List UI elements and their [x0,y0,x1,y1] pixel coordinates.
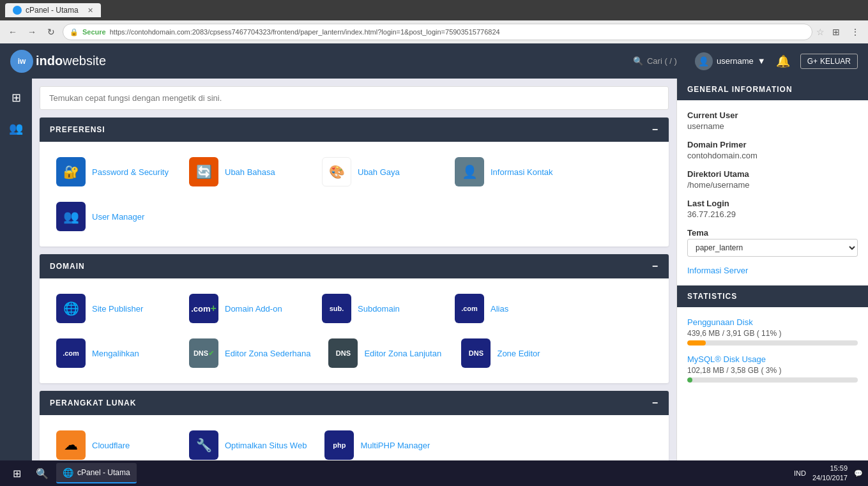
sidebar-grid-icon[interactable]: ⊞ [4,86,27,109]
content-area: PREFERENSI − 🔐 Password & Security 🔄 Uba… [32,79,868,486]
preferensi-toggle[interactable]: − [652,124,659,135]
domain-label: Domain Primer [687,140,858,149]
optimalkan-item[interactable]: 🔧 Optimalkan Situs Web [183,425,313,465]
site-publisher-icon: 🌐 [56,294,86,323]
editor-zona-sederhana-label: Editor Zona Sederhana [225,349,310,358]
domain-addon-icon: .com+ [189,294,218,323]
notification-bell-icon[interactable]: 🔔 [776,54,790,68]
editor-zona-lanjutan-item[interactable]: DNS Editor Zona Lanjutan [322,333,450,373]
address-bar[interactable]: 🔒 Secure https://contohdomain.com:2083/c… [63,24,812,40]
subdomain-label: Subdomain [358,304,400,314]
site-publisher-item[interactable]: 🌐 Site Publisher [50,289,178,328]
statistics-body: Penggunaan Disk 439,6 MB / 3,91 GB ( 11%… [677,307,868,402]
browser-nav-bar: ← → ↻ 🔒 Secure https://contohdomain.com:… [0,20,868,43]
mengalihkan-item[interactable]: .com Mengalihkan [50,333,178,373]
ubah-gaya-label: Ubah Gaya [358,167,400,177]
user-menu[interactable]: 👤 username ▼ [695,52,766,70]
preferensi-section: PREFERENSI − 🔐 Password & Security 🔄 Uba… [40,118,669,247]
taskbar: ⊞ 🔍 🌐 cPanel - Utama IND 15:59 24/10/201… [0,460,868,486]
reload-button[interactable]: ↻ [43,24,59,40]
password-security-item[interactable]: 🔐 Password & Security [50,152,178,192]
subdomain-item[interactable]: sub. Subdomain [316,289,443,328]
taskbar-clock: 15:59 24/10/2017 [812,464,848,483]
general-info-title: GENERAL INFORMATION [687,85,793,94]
directory-row: Direktori Utama /home/username [687,169,858,190]
cloudflare-item[interactable]: ☁ Cloudflare [50,425,178,465]
disk-usage-bar-wrap [687,340,858,346]
username-label: username [717,56,754,66]
ubah-gaya-icon: 🎨 [322,157,351,186]
perangkat-lunak-header: PERANGKAT LUNAK − [40,391,669,415]
disk-usage-stat: Penggunaan Disk 439,6 MB / 3,91 GB ( 11%… [687,317,858,346]
tab-close-button[interactable]: ✕ [88,6,93,15]
site-publisher-label: Site Publisher [92,304,143,314]
multiphp-label: MultiPHP Manager [360,441,430,450]
search-taskbar-button[interactable]: 🔍 [31,463,54,483]
user-avatar: 👤 [695,52,713,70]
mysql-usage-bar [687,377,692,383]
perangkat-lunak-toggle[interactable]: − [652,397,659,409]
domain-body: 🌐 Site Publisher .com+ Domain Add-on sub… [40,278,669,383]
zone-editor-item[interactable]: DNS Zone Editor [455,333,582,373]
alias-item[interactable]: .com Alias [448,289,576,328]
last-login-value: 36.77.216.29 [687,209,858,219]
informasi-kontak-item[interactable]: 👤 Informasi Kontak [448,152,576,192]
multiphp-icon: php [324,430,354,460]
search-icon: 🔍 [633,56,643,66]
logout-button[interactable]: G+ KELUAR [800,54,858,69]
mengalihkan-icon: .com [56,338,86,368]
directory-label: Direktori Utama [687,169,858,179]
editor-zona-sederhana-icon: DNS✔ [189,338,218,368]
user-manager-item[interactable]: 👥 User Manager [50,197,178,236]
bookmark-icon[interactable]: ☆ [816,27,825,37]
alias-icon: .com [455,294,484,323]
taskbar-app-icon: 🌐 [63,467,73,478]
quick-search-input[interactable] [40,86,669,110]
back-button[interactable]: ← [5,24,20,40]
disk-usage-value: 439,6 MB / 3,91 GB ( 11% ) [687,329,858,338]
url-text: https://contohdomain.com:2083/cpsess7467… [110,28,500,36]
main-layout: ⊞ 👥 PREFERENSI − 🔐 Password & Security [0,79,868,486]
ubah-bahasa-icon: 🔄 [189,157,218,186]
start-button[interactable]: ⊞ [5,463,28,483]
preferensi-body: 🔐 Password & Security 🔄 Ubah Bahasa 🎨 Ub… [40,142,669,247]
user-dropdown-icon: ▼ [758,56,766,66]
ubah-bahasa-item[interactable]: 🔄 Ubah Bahasa [183,152,310,192]
tema-label: Tema [687,228,858,238]
taskbar-cpanel-app[interactable]: 🌐 cPanel - Utama [56,463,137,483]
server-info-link[interactable]: Informasi Server [687,266,748,275]
extensions-button[interactable]: ⊞ [828,24,844,40]
menu-button[interactable]: ⋮ [848,24,863,40]
app-header: iw indowebsite 🔍 Cari ( / ) 👤 username ▼… [0,43,868,79]
domain-toggle[interactable]: − [652,261,659,272]
multiphp-item[interactable]: php MultiPHP Manager [318,425,446,465]
taskbar-notification-icon[interactable]: 💬 [854,469,863,478]
zone-editor-icon: DNS [461,338,491,368]
domain-title: DOMAIN [50,262,85,271]
forward-button[interactable]: → [24,24,40,40]
mysql-usage-label[interactable]: MySQL® Disk Usage [687,354,858,364]
directory-value: /home/username [687,180,858,190]
tema-select[interactable]: paper_lantern [687,239,858,257]
password-security-icon: 🔐 [56,157,86,186]
logo[interactable]: iw indowebsite [10,50,106,73]
logout-label: KELUAR [820,57,851,66]
optimalkan-label: Optimalkan Situs Web [225,441,307,450]
preferensi-header: PREFERENSI − [40,118,669,142]
editor-zona-lanjutan-label: Editor Zona Lanjutan [364,349,441,358]
taskbar-time: 15:59 [812,464,848,473]
domain-addon-item[interactable]: .com+ Domain Add-on [183,289,310,328]
editor-zona-sederhana-item[interactable]: DNS✔ Editor Zona Sederhana [183,333,317,373]
browser-tab[interactable]: cPanel - Utama ✕ [5,3,101,17]
disk-usage-label[interactable]: Penggunaan Disk [687,317,858,327]
sidebar-users-icon[interactable]: 👥 [4,117,27,140]
optimalkan-icon: 🔧 [189,430,218,460]
mysql-usage-stat: MySQL® Disk Usage 102,18 MB / 3,58 GB ( … [687,354,858,383]
tema-row: Tema paper_lantern [687,228,858,257]
current-user-label: Current User [687,110,858,120]
ubah-gaya-item[interactable]: 🎨 Ubah Gaya [316,152,443,192]
statistics-title: STATISTICS [687,292,737,301]
user-manager-icon: 👥 [56,202,86,231]
header-search[interactable]: 🔍 Cari ( / ) [633,56,677,66]
general-info-body: Current User username Domain Primer cont… [677,100,868,285]
